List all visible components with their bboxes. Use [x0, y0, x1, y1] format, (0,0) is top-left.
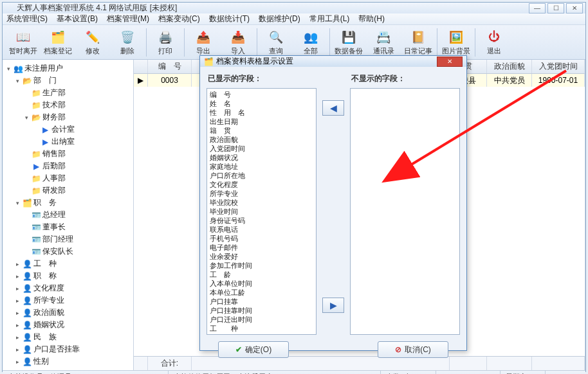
- list-item[interactable]: 身份证号码: [210, 216, 313, 225]
- expand-icon[interactable]: ▸: [14, 346, 21, 353]
- list-item[interactable]: 联系电话: [210, 225, 313, 234]
- tree-node[interactable]: ▸👤文化程度: [14, 283, 132, 294]
- menu-item[interactable]: 数据维护(D): [259, 13, 300, 24]
- list-item[interactable]: 政治面貌: [210, 135, 313, 144]
- expand-icon[interactable]: ▸: [14, 285, 21, 292]
- expand-icon[interactable]: ▸: [14, 261, 21, 267]
- column-header[interactable]: 入党团时间: [532, 60, 585, 73]
- list-item[interactable]: 籍 贯: [210, 126, 313, 135]
- toolbar-全部[interactable]: 👥全部: [294, 26, 327, 58]
- minimize-button[interactable]: —: [529, 3, 546, 13]
- toolbar-日常记事[interactable]: 📔日常记事: [401, 26, 435, 58]
- expand-icon[interactable]: ▸: [14, 310, 21, 316]
- tree-node[interactable]: 🪪保安队长: [23, 246, 132, 257]
- expand-icon[interactable]: ▸: [14, 359, 21, 365]
- tree-node[interactable]: ▸👤婚姻状况: [14, 319, 132, 330]
- list-item[interactable]: 入本单位时间: [210, 279, 313, 288]
- toolbar-打印[interactable]: 🖨️打印: [149, 26, 182, 58]
- expand-icon[interactable]: ▸: [14, 273, 21, 280]
- toolbar-导出[interactable]: 📤导出: [187, 26, 220, 58]
- nav-tree[interactable]: ▾👥未注册用户▾📂部 门📁生产部📁技术部▾📂财务部▶会计室▶出纳室📁销售部▶后勤…: [3, 60, 134, 370]
- menu-item[interactable]: 数据统计(T): [209, 13, 250, 24]
- toolbar-查询[interactable]: 🔍查询: [259, 26, 293, 58]
- tree-node[interactable]: ▶出纳室: [32, 136, 132, 147]
- tree-node[interactable]: ▶后勤部: [23, 161, 132, 172]
- expand-icon[interactable]: ▾: [5, 66, 12, 72]
- menu-item[interactable]: 帮助(H): [358, 13, 385, 24]
- list-item[interactable]: 电子邮件: [210, 243, 313, 252]
- menu-item[interactable]: 基本设置(B): [57, 13, 98, 24]
- column-header[interactable]: 编 号: [148, 60, 192, 73]
- expand-icon[interactable]: ▾: [14, 200, 21, 206]
- toolbar-导入[interactable]: 📥导入: [221, 26, 255, 58]
- tree-node[interactable]: ▸👤户口是否挂靠: [14, 344, 132, 355]
- list-item[interactable]: 婚姻状况: [210, 153, 313, 162]
- tree-node[interactable]: ▶会计室: [32, 124, 132, 135]
- tree-node[interactable]: 🪪总经理: [23, 209, 132, 220]
- tree-node[interactable]: ▸👤民 族: [14, 332, 132, 343]
- tree-node[interactable]: 📁销售部: [23, 148, 132, 159]
- list-item[interactable]: 毕业时间: [210, 207, 313, 216]
- list-item[interactable]: 参加工作时间: [210, 261, 313, 270]
- tree-node[interactable]: ▸👤政治面貌: [14, 307, 132, 318]
- maximize-button[interactable]: ☐: [547, 3, 564, 13]
- shown-fields-list[interactable]: 编 号姓 名性 用 名出生日期籍 贯政治面貌入党团时间婚姻状况家庭地址户口所在地…: [207, 88, 317, 335]
- list-item[interactable]: 户口挂靠: [210, 297, 313, 306]
- menu-item[interactable]: 档案管理(M): [107, 13, 149, 24]
- list-item[interactable]: 户口挂靠时间: [210, 306, 313, 315]
- expand-icon[interactable]: ▾: [23, 114, 30, 121]
- tree-node[interactable]: ▾📂财务部: [23, 112, 132, 123]
- list-item[interactable]: 业余爱好: [210, 252, 313, 261]
- list-item[interactable]: 出生日期: [210, 117, 313, 126]
- tree-node[interactable]: 🪪董事长: [23, 222, 132, 233]
- tree-node[interactable]: ▸👤职 称: [14, 271, 132, 281]
- dialog-close-button[interactable]: ✕: [437, 57, 463, 67]
- tree-node[interactable]: 📁生产部: [23, 87, 132, 98]
- tree-node[interactable]: ▸👤性别: [14, 356, 132, 367]
- expand-icon[interactable]: ▸: [14, 334, 21, 341]
- expand-icon[interactable]: ▾: [14, 78, 21, 84]
- column-header[interactable]: 政治面貌: [487, 60, 532, 73]
- list-item[interactable]: 毕业院校: [210, 198, 313, 207]
- list-item[interactable]: 所学专业: [210, 189, 313, 198]
- toolbar-退出[interactable]: ⏻退出: [477, 26, 511, 58]
- list-item[interactable]: 工 种: [210, 324, 313, 333]
- list-item[interactable]: 家庭地址: [210, 162, 313, 171]
- move-left-button[interactable]: ◀: [322, 100, 344, 116]
- list-item[interactable]: 户口迁出时间: [210, 315, 313, 324]
- tree-node[interactable]: ▾👥未注册用户: [5, 63, 132, 74]
- list-item[interactable]: 工 龄: [210, 270, 313, 279]
- list-item[interactable]: 性 用 名: [210, 108, 313, 117]
- hidden-fields-list[interactable]: [350, 88, 460, 335]
- list-item[interactable]: 入党团时间: [210, 144, 313, 153]
- move-right-button[interactable]: ▶: [322, 298, 344, 313]
- toolbar-数据备份[interactable]: 💾数据备份: [332, 26, 365, 58]
- tree-node[interactable]: 📁人事部: [23, 173, 132, 184]
- menu-item[interactable]: 档案变动(C): [158, 13, 200, 24]
- expand-icon[interactable]: ▸: [14, 322, 21, 328]
- tree-node[interactable]: 🪪部门经理: [23, 234, 132, 245]
- close-button[interactable]: ✕: [566, 3, 583, 13]
- toolbar-修改[interactable]: ✏️修改: [76, 26, 109, 58]
- menu-item[interactable]: 系统管理(S): [6, 13, 48, 24]
- tree-node[interactable]: ▾🗂️职 务: [14, 197, 132, 208]
- ok-button[interactable]: ✔ 确定(O): [218, 341, 289, 358]
- toolbar-档案登记[interactable]: 🗂️档案登记: [41, 26, 75, 58]
- tree-node[interactable]: ▸👤工 种: [14, 258, 132, 269]
- toolbar-暂时离开[interactable]: 📖暂时离开: [6, 26, 40, 58]
- tree-node[interactable]: ▾📂部 门: [14, 75, 132, 86]
- list-item[interactable]: 编 号: [210, 90, 313, 99]
- toolbar-删除[interactable]: 🗑️删除: [111, 26, 144, 58]
- tree-node[interactable]: ▸👤所学专业: [14, 295, 132, 306]
- toolbar-通讯录[interactable]: 📇通讯录: [367, 26, 400, 58]
- toolbar-图片背景[interactable]: 🖼️图片背景: [439, 26, 473, 58]
- menu-item[interactable]: 常用工具(L): [309, 13, 350, 24]
- tree-node[interactable]: 📁研发部: [23, 185, 132, 196]
- list-item[interactable]: 姓 名: [210, 99, 313, 108]
- expand-icon[interactable]: ▸: [14, 298, 21, 304]
- cancel-button[interactable]: ⊘ 取消(C): [378, 341, 448, 358]
- list-item[interactable]: 文化程度: [210, 180, 313, 189]
- column-header[interactable]: [134, 60, 148, 73]
- list-item[interactable]: 手机号码: [210, 234, 313, 243]
- list-item[interactable]: 户口所在地: [210, 171, 313, 180]
